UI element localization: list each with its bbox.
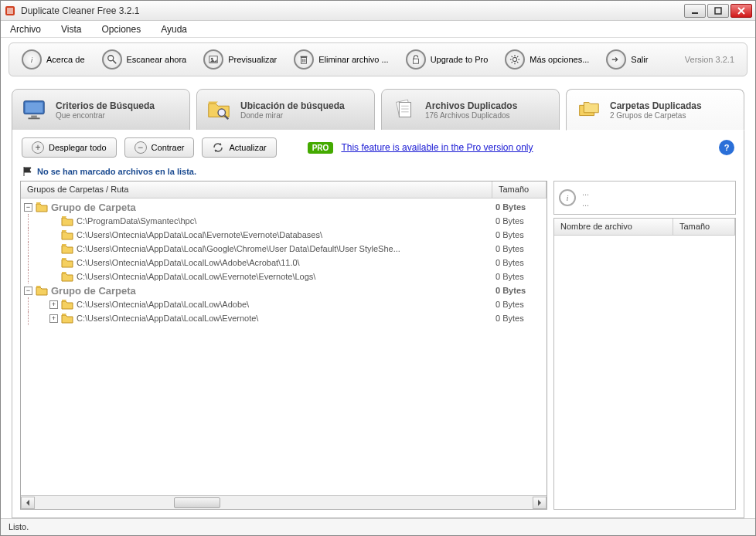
- folder-icon: [36, 285, 48, 296]
- folder-icon: [61, 215, 73, 226]
- info-dashes: ... ...: [582, 187, 589, 209]
- menubar: Archivo Vista Opciones Ayuda: [1, 21, 755, 38]
- svg-line-6: [112, 60, 115, 63]
- documents-icon: [390, 96, 417, 124]
- file-table-body[interactable]: [554, 236, 735, 509]
- folder-icon: [36, 202, 48, 212]
- menu-opciones[interactable]: Opciones: [98, 22, 144, 36]
- info-icon[interactable]: i: [559, 189, 576, 206]
- monitor-icon: [20, 96, 48, 124]
- svg-rect-1: [7, 8, 13, 14]
- menu-vista[interactable]: Vista: [58, 22, 84, 36]
- version-label: Version 3.2.1: [685, 55, 741, 64]
- svg-rect-2: [692, 12, 698, 14]
- main-area: Grupos de Carpetas / Ruta Tamaño −Grupo …: [12, 181, 744, 517]
- upgrade-label: Upgrade to Pro: [431, 55, 489, 64]
- tree-item[interactable]: C:\Users\Ontecnia\AppData\Local\Google\C…: [21, 242, 547, 256]
- menu-ayuda[interactable]: Ayuda: [158, 22, 190, 36]
- svg-line-22: [512, 62, 513, 63]
- item-path: C:\Users\Ontecnia\AppData\Local\Evernote…: [77, 230, 495, 239]
- tree-group[interactable]: −Grupo de Carpeta0 Bytes: [21, 200, 547, 214]
- statusbar: Listo.: [1, 518, 755, 535]
- preview-button[interactable]: Previsualizar: [197, 46, 283, 73]
- info-box: i ... ...: [553, 181, 736, 215]
- folder-icon: [61, 313, 73, 324]
- folder-icon: [61, 271, 73, 282]
- remove-button[interactable]: Eliminar archivo ...: [288, 46, 394, 73]
- scan-button[interactable]: Escanear ahora: [96, 46, 193, 73]
- lock-icon: [406, 49, 426, 70]
- col-filesize[interactable]: Tamaño: [673, 219, 735, 235]
- pro-link[interactable]: This feature is available in the Pro ver…: [341, 142, 533, 153]
- about-button[interactable]: i Acerca de: [15, 46, 91, 73]
- tab-duplicate-folders[interactable]: Carpetas Duplicadas 2 Grupos de Carpetas: [566, 89, 744, 131]
- scan-label: Escanear ahora: [127, 55, 187, 64]
- minus-icon: −: [135, 141, 147, 154]
- gear-icon: [505, 49, 525, 70]
- tab-duplicate-files[interactable]: Archivos Duplicados 176 Archivos Duplica…: [381, 89, 560, 131]
- expand-toggle[interactable]: +: [49, 300, 58, 309]
- folder-search-icon: [205, 96, 233, 124]
- refresh-button[interactable]: Actualizar: [202, 137, 276, 158]
- folder-tree[interactable]: −Grupo de Carpeta0 BytesC:\ProgramData\S…: [21, 198, 547, 495]
- item-path: C:\Users\Ontecnia\AppData\LocalLow\Evern…: [77, 314, 495, 323]
- item-path: C:\Users\Ontecnia\AppData\LocalLow\Evern…: [77, 272, 495, 281]
- tree-item[interactable]: C:\Users\Ontecnia\AppData\Local\Evernote…: [21, 228, 547, 242]
- item-size: 0 Bytes: [495, 300, 543, 309]
- item-size: 0 Bytes: [495, 216, 543, 226]
- item-path: C:\Users\Ontecnia\AppData\LocalLow\Adobe…: [77, 300, 495, 309]
- col-size[interactable]: Tamaño: [492, 181, 547, 198]
- folder-icon: [61, 243, 73, 254]
- svg-rect-14: [413, 59, 418, 63]
- item-size: 0 Bytes: [495, 230, 543, 239]
- collapse-button[interactable]: − Contraer: [124, 137, 195, 158]
- expand-toggle[interactable]: +: [49, 314, 58, 323]
- expand-all-button[interactable]: + Desplegar todo: [22, 137, 117, 158]
- scroll-track[interactable]: [35, 497, 533, 509]
- group-label: Grupo de Carpeta: [51, 285, 495, 297]
- more-options-button[interactable]: Más opciones...: [499, 46, 595, 73]
- col-filename[interactable]: Nombre de archivo: [554, 219, 673, 235]
- h-scrollbar[interactable]: [21, 495, 547, 509]
- more-label: Más opciones...: [530, 55, 589, 64]
- svg-point-8: [211, 58, 213, 60]
- window-title: Duplicate Cleaner Free 3.2.1: [21, 5, 684, 16]
- group-size: 0 Bytes: [495, 286, 543, 295]
- action-row: + Desplegar todo − Contraer Actualizar P…: [12, 130, 744, 165]
- tab-search-criteria[interactable]: Criterios de Búsqueda Que encontrar: [12, 89, 190, 131]
- help-button[interactable]: ?: [719, 140, 734, 155]
- titlebar: Duplicate Cleaner Free 3.2.1: [1, 1, 755, 21]
- tree-item[interactable]: C:\Users\Ontecnia\AppData\LocalLow\Adobe…: [21, 256, 547, 270]
- tree-item[interactable]: C:\ProgramData\Symantec\hpc\0 Bytes: [21, 214, 547, 228]
- tree-group[interactable]: −Grupo de Carpeta0 Bytes: [21, 283, 547, 297]
- item-path: C:\Users\Ontecnia\AppData\LocalLow\Adobe…: [77, 258, 495, 267]
- search-icon: [102, 49, 122, 70]
- status-note: No se han marcado archivos en la lista.: [12, 165, 744, 181]
- file-table: Nombre de archivo Tamaño: [553, 218, 736, 510]
- about-label: Acerca de: [46, 55, 85, 64]
- upgrade-button[interactable]: Upgrade to Pro: [400, 46, 495, 73]
- collapse-toggle[interactable]: −: [24, 287, 32, 295]
- item-size: 0 Bytes: [495, 258, 543, 267]
- scroll-right-button[interactable]: [533, 497, 547, 509]
- tree-item[interactable]: C:\Users\Ontecnia\AppData\LocalLow\Evern…: [21, 270, 547, 283]
- tree-item[interactable]: +C:\Users\Ontecnia\AppData\LocalLow\Ever…: [21, 311, 547, 325]
- tab-title: Ubicación de búsqueda: [240, 100, 345, 111]
- svg-point-15: [513, 57, 517, 61]
- scroll-thumb[interactable]: [174, 497, 220, 508]
- minimize-button[interactable]: [684, 4, 706, 18]
- menu-archivo[interactable]: Archivo: [7, 22, 44, 36]
- tab-row: Criterios de Búsqueda Que encontrar Ubic…: [1, 81, 755, 131]
- tree-item[interactable]: +C:\Users\Ontecnia\AppData\LocalLow\Adob…: [21, 297, 547, 311]
- tab-title: Carpetas Duplicadas: [610, 100, 702, 111]
- exit-button[interactable]: Salir: [600, 46, 654, 73]
- folders-icon: [574, 96, 602, 124]
- tab-search-location[interactable]: Ubicación de búsqueda Donde mirar: [196, 89, 375, 131]
- collapse-toggle[interactable]: −: [24, 203, 32, 212]
- close-button[interactable]: [730, 4, 752, 18]
- scroll-left-button[interactable]: [21, 497, 35, 509]
- folder-icon: [61, 229, 73, 240]
- col-path[interactable]: Grupos de Carpetas / Ruta: [21, 181, 492, 198]
- maximize-button[interactable]: [707, 4, 729, 18]
- svg-rect-26: [31, 116, 37, 118]
